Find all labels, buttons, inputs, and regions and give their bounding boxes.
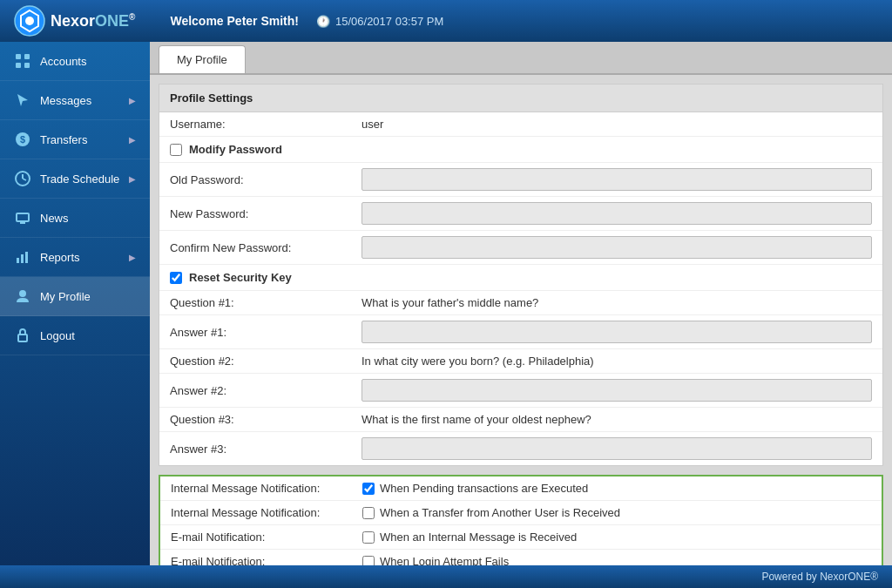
sidebar-item-transfers[interactable]: $ Transfers ▶ (0, 120, 150, 159)
sidebar-label-messages: Messages (40, 94, 91, 107)
profile-settings-title: Profile Settings (159, 84, 882, 112)
svg-text:$: $ (20, 134, 25, 145)
notif-checkbox-1[interactable] (362, 507, 375, 519)
answer1-label: Answer #1: (170, 326, 362, 339)
sidebar-label-news: News (40, 212, 69, 225)
svg-point-2 (25, 17, 34, 25)
notif-label: E-mail Notification: (171, 531, 362, 544)
confirm-password-row: Confirm New Password: (159, 231, 882, 265)
notif-text: When Pending transactions are Executed (380, 482, 588, 495)
question3-value: What is the first name of your oldest ne… (362, 413, 591, 426)
person-icon (14, 287, 31, 305)
answer2-input[interactable] (362, 379, 872, 402)
notif-checkbox-0[interactable] (362, 483, 375, 495)
notif-checkbox-3[interactable] (362, 556, 375, 566)
sidebar-item-logout[interactable]: Logout (0, 316, 150, 355)
notif-text: When Login Attempt Fails (380, 555, 509, 565)
modify-password-checkbox[interactable] (170, 144, 182, 156)
svg-line-12 (23, 179, 26, 180)
logo-text: NexorONE® (51, 12, 135, 30)
notif-row: Internal Message Notification: When Pend… (160, 476, 882, 501)
confirm-password-input[interactable] (362, 236, 872, 259)
header: NexorONE® Welcome Peter Smith! 🕐 15/06/2… (0, 0, 892, 42)
username-value: user (362, 118, 383, 131)
question1-value: What is your father's middle name? (362, 296, 538, 309)
chevron-right-icon-4: ▶ (129, 253, 136, 262)
dollar-icon: $ (14, 131, 31, 148)
svg-rect-13 (17, 213, 29, 221)
notif-value: When a Transfer from Another User is Rec… (362, 506, 620, 519)
notif-label: Internal Message Notification: (171, 482, 362, 495)
notif-row: E-mail Notification: When Login Attempt … (160, 550, 882, 565)
modify-password-row: Modify Password (159, 137, 882, 163)
notif-text: When a Transfer from Another User is Rec… (380, 506, 620, 519)
answer3-label: Answer #3: (170, 443, 362, 456)
question3-row: Question #3: What is the first name of y… (159, 408, 882, 432)
sidebar-item-my-profile[interactable]: My Profile (0, 277, 150, 316)
cursor-icon (14, 91, 31, 109)
logo: NexorONE® (14, 5, 135, 37)
modify-password-label: Modify Password (189, 143, 282, 156)
notif-row: Internal Message Notification: When a Tr… (160, 501, 882, 525)
svg-rect-16 (17, 258, 19, 263)
answer2-row: Answer #2: (159, 374, 882, 408)
sidebar-label-logout: Logout (40, 329, 75, 342)
question2-value: In what city were you born? (e.g. Philad… (362, 355, 594, 368)
sidebar-item-reports[interactable]: Reports ▶ (0, 238, 150, 277)
new-password-input[interactable] (362, 202, 872, 225)
chevron-right-icon-3: ▶ (129, 174, 136, 184)
notif-text: When an Internal Message is Received (380, 531, 577, 544)
logo-icon (14, 5, 45, 37)
notif-label: Internal Message Notification: (171, 506, 362, 519)
sidebar-label-reports: Reports (40, 251, 80, 264)
main-content: My Profile Profile Settings Username: us… (150, 42, 892, 565)
question3-label: Question #3: (170, 413, 362, 426)
sidebar-label-accounts: Accounts (40, 55, 86, 68)
notif-checkbox-2[interactable] (362, 531, 375, 544)
svg-point-19 (19, 290, 26, 297)
reset-security-checkbox[interactable] (170, 272, 182, 284)
sidebar-label-transfers: Transfers (40, 133, 87, 146)
chart-icon (14, 248, 31, 266)
answer3-row: Answer #3: (159, 432, 882, 465)
answer1-input[interactable] (362, 321, 872, 343)
tab-my-profile[interactable]: My Profile (159, 45, 246, 73)
svg-rect-6 (24, 63, 30, 68)
welcome-text: Welcome Peter Smith! (170, 14, 299, 28)
chevron-right-icon: ▶ (129, 96, 136, 105)
new-password-label: New Password: (170, 207, 362, 220)
sidebar-item-news[interactable]: News (0, 199, 150, 238)
question1-row: Question #1: What is your father's middl… (159, 291, 882, 315)
notification-section: Internal Message Notification: When Pend… (159, 475, 883, 565)
notif-row: E-mail Notification: When an Internal Me… (160, 525, 882, 550)
clock-icon: 🕐 (316, 15, 330, 28)
confirm-password-label: Confirm New Password: (170, 241, 362, 254)
question1-label: Question #1: (170, 296, 362, 309)
sidebar-label-trade-schedule: Trade Schedule (40, 172, 119, 186)
svg-rect-4 (24, 54, 30, 59)
sidebar: Accounts Messages ▶ $ Transfers ▶ Trade … (0, 42, 150, 565)
notif-label: E-mail Notification: (171, 555, 362, 565)
notif-value: When Pending transactions are Executed (362, 482, 588, 495)
grid-icon (14, 52, 31, 70)
svg-rect-3 (16, 54, 21, 59)
sidebar-label-my-profile: My Profile (40, 290, 91, 303)
svg-rect-5 (16, 63, 21, 68)
old-password-row: Old Password: (159, 163, 882, 197)
question2-row: Question #2: In what city were you born?… (159, 349, 882, 374)
sidebar-item-messages[interactable]: Messages ▶ (0, 81, 150, 120)
reset-security-row: Reset Security Key (159, 265, 882, 291)
header-time: 🕐 15/06/2017 03:57 PM (316, 15, 443, 28)
notif-value: When an Internal Message is Received (362, 531, 577, 544)
old-password-label: Old Password: (170, 173, 362, 186)
svg-rect-18 (25, 252, 28, 263)
sidebar-item-trade-schedule[interactable]: Trade Schedule ▶ (0, 159, 150, 199)
reset-security-label: Reset Security Key (189, 271, 292, 284)
lock-icon (14, 327, 31, 344)
sidebar-item-accounts[interactable]: Accounts (0, 42, 150, 81)
clock-icon-sidebar (14, 170, 31, 187)
answer3-input[interactable] (362, 437, 872, 460)
old-password-input[interactable] (362, 168, 872, 191)
question2-label: Question #2: (170, 355, 362, 368)
svg-rect-17 (21, 254, 24, 263)
